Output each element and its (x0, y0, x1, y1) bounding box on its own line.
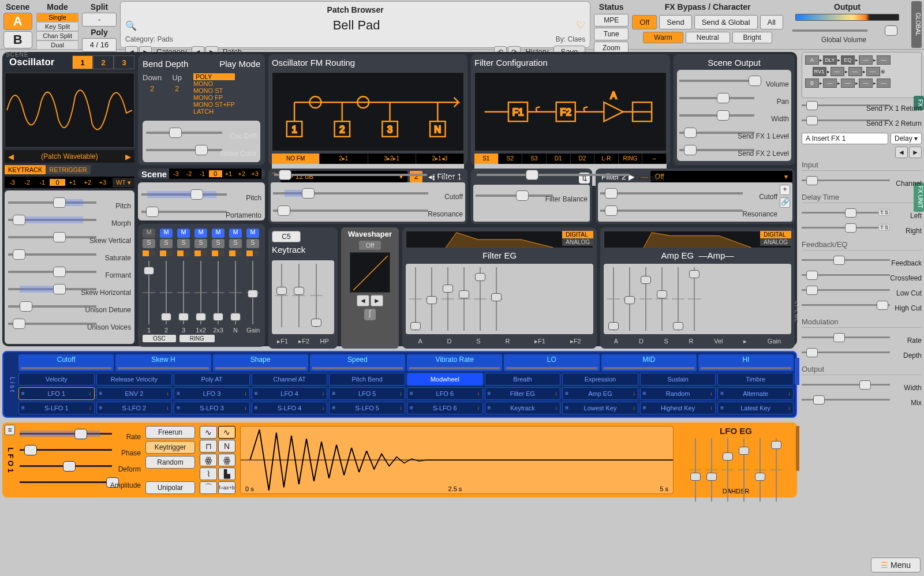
fx-crossfeed-slider[interactable]: Crossfeed (802, 268, 922, 283)
mixer-slider-3[interactable] (177, 261, 190, 324)
route-cell-latest-key[interactable]: ≡↓Latest Key (717, 402, 794, 414)
fx-node-eq[interactable]: EQ (841, 55, 855, 65)
scene-a-button[interactable]: A (3, 13, 32, 30)
osc-patch-selector[interactable]: ◀ (Patch Wavetable) ▶ (5, 150, 134, 163)
route-cell-expression[interactable]: Expression (562, 373, 638, 386)
lfo-display[interactable]: 0 s 2.5 s 5 s (240, 426, 674, 494)
mute-3[interactable]: M (177, 229, 190, 238)
feg-r[interactable] (458, 267, 470, 331)
fx-sendglobal[interactable]: Send & Global (694, 15, 758, 29)
osc-skewh-slider[interactable]: Skew Horizontal (8, 280, 131, 298)
feedback-slider[interactable]: Feedback (477, 166, 664, 184)
play-monost[interactable]: MONO ST (193, 87, 235, 94)
fm-tab-1[interactable]: 2▸1 (320, 154, 368, 164)
feg-s[interactable] (442, 267, 454, 331)
osc-waveform-display[interactable] (5, 73, 134, 148)
osc-keytrack-flag[interactable]: KEYTRACK (5, 165, 46, 174)
fx-channel-slider[interactable]: Channel (802, 173, 922, 188)
route-cell-modwheel[interactable]: Modwheel (407, 373, 483, 386)
fx-node-b2[interactable]: — (841, 78, 855, 88)
filter1-cutoff-slider[interactable]: Cutoff (273, 185, 463, 202)
fcfg-tab-7[interactable]: ↔ (642, 154, 667, 164)
osc-oct-p3[interactable]: +3 (95, 179, 110, 186)
lfo-unipolar[interactable]: Unipolar (145, 481, 195, 494)
route-cell-sustain[interactable]: Sustain (640, 373, 716, 386)
osc-oct-m2[interactable]: -2 (20, 179, 35, 186)
route-cell-poly-at[interactable]: Poly AT (174, 373, 250, 386)
scene-b-button[interactable]: B (3, 31, 32, 48)
solo-5[interactable]: S (212, 239, 225, 248)
fx-node-e4[interactable]: — (848, 67, 862, 76)
global-volume-slider[interactable]: Global Volume (792, 22, 902, 39)
fx-node-a[interactable]: A (805, 55, 819, 65)
status-tune[interactable]: Tune (594, 28, 629, 40)
aeg-a[interactable] (607, 267, 620, 331)
osc-pitch-slider[interactable]: Pitch (8, 194, 131, 211)
play-monofp[interactable]: MONO FP (193, 94, 235, 101)
fcfg-tab-1[interactable]: S2 (499, 154, 523, 164)
scene-oct-p2[interactable]: +2 (235, 170, 248, 177)
route-cell-velocity[interactable]: Velocity (18, 373, 95, 386)
route-cell-pitch-bend[interactable]: Pitch Bend (329, 373, 405, 386)
main-menu-button[interactable]: Menu (871, 558, 921, 573)
route-cell-s-lfo-5[interactable]: ≡↓S-LFO 5 (329, 402, 405, 414)
lfo-shape-step[interactable]: ▙ (218, 467, 235, 480)
osc-oct-p2[interactable]: +2 (80, 179, 95, 186)
search-icon[interactable]: 🔍 (125, 20, 137, 31)
scene-oct-m1[interactable]: -1 (196, 170, 209, 177)
scene-oct-0[interactable]: 0 (209, 170, 222, 177)
split-value[interactable]: - (82, 13, 117, 27)
aeg-r[interactable] (656, 267, 668, 331)
route-cell-keytrack[interactable]: ≡↓Keytrack (485, 402, 561, 414)
osc-saturate-slider[interactable]: Saturate (8, 246, 131, 263)
osc-oct-m1[interactable]: -1 (35, 179, 50, 186)
play-poly[interactable]: POLY (193, 73, 235, 80)
fx-all[interactable]: All (760, 15, 783, 29)
osc-formant-slider[interactable]: Formant (8, 263, 131, 280)
fx-moddepth-slider[interactable]: Depth (802, 345, 922, 360)
fx-unit-type-menu[interactable]: Delay ▾ (891, 133, 922, 144)
scene-pitch-slider[interactable]: Pitch (141, 186, 261, 203)
route-cell-lfo-4[interactable]: ≡↓LFO 4 (252, 387, 328, 400)
ws-prev[interactable]: ◄ (357, 295, 369, 306)
lfo-eg-a[interactable] (705, 438, 718, 502)
filter2-type-menu[interactable]: Off (650, 171, 792, 182)
fx-node-b3[interactable]: — (859, 78, 873, 88)
route-cell-lfo-6[interactable]: ≡↓LFO 6 (407, 387, 483, 400)
osc-type-menu[interactable]: WT ▾ (113, 178, 134, 188)
osc-tab-1[interactable]: 1 (72, 55, 93, 69)
lfo-keytrigger[interactable]: Keytrigger (145, 441, 195, 454)
ws-analyze-icon[interactable]: ∫ (364, 309, 376, 320)
route-cell-amp-eg[interactable]: ≡↓Amp EG (562, 387, 638, 400)
keytrack-f1-slider[interactable] (275, 264, 288, 327)
solo-2[interactable]: S (160, 239, 173, 248)
fx-node-b4[interactable]: — (877, 78, 891, 88)
lfo-eg-h[interactable] (721, 438, 734, 502)
play-mode-list[interactable]: POLY MONO MONO ST MONO FP MONO ST+FP LAT… (193, 73, 235, 115)
lfo-menu-icon[interactable]: ≡ (5, 425, 15, 435)
waveshaper-mode[interactable]: Off (359, 241, 381, 250)
keytrack-hp-slider[interactable] (310, 264, 323, 327)
fcfg-tab-0[interactable]: S1 (474, 154, 499, 164)
route-cell-timbre[interactable]: Timbre (717, 373, 794, 386)
route-cell-alternate[interactable]: ≡↓Alternate (717, 387, 794, 400)
send-fx1-slider[interactable]: Send FX 1 Level (679, 124, 789, 141)
lfo-shape-formula[interactable]: f=ax+b (218, 481, 235, 494)
osc-unidetune-slider[interactable]: Unison Detune (8, 298, 131, 315)
mute-1[interactable]: M (143, 229, 155, 238)
fx-chain-graph[interactable]: A▸DLY▸EQ▸—▸— RV1▸—▸—▸—⊕ B▸—▸—▸—▸— (802, 52, 922, 98)
bend-up[interactable]: Up2 (172, 73, 182, 115)
fx-width-slider[interactable]: Width (802, 377, 922, 392)
fx-right-slider[interactable]: T SRight (802, 220, 922, 235)
route-cell-s-lfo-2[interactable]: ≡↓S-LFO 2 (96, 402, 173, 414)
mixer-slider-gain[interactable] (246, 261, 259, 324)
fx-unit-name[interactable]: A Insert FX 1 (802, 133, 888, 144)
osc-oct-m3[interactable]: -3 (5, 179, 20, 186)
scene-width-slider[interactable]: Width (679, 107, 789, 124)
fx-feedback-slider[interactable]: Feedback (802, 253, 922, 268)
feg-digital[interactable]: DIGITAL (562, 231, 593, 238)
filter1-reso-slider[interactable]: Resonance (273, 202, 463, 219)
lfo-shape-sine2[interactable]: ∿ (218, 426, 235, 439)
aeg-d[interactable] (623, 267, 636, 331)
fx-node-e1[interactable]: — (859, 55, 873, 65)
